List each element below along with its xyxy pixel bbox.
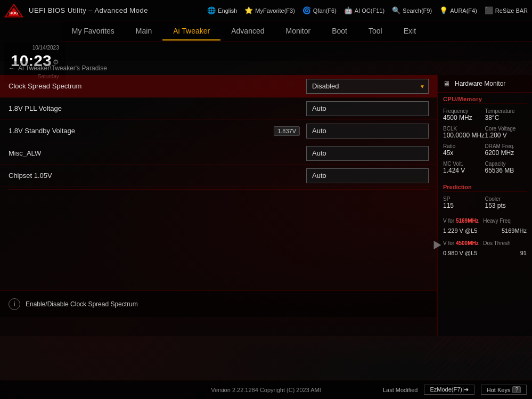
nav-tool[interactable]: Tool [358,22,393,40]
chipset-input[interactable]: Auto [306,168,429,183]
pred-4500-label: V for [443,240,456,246]
pred-5169-mhz: 5169MHz [502,227,527,234]
info-bar: i Enable/Disable Clock Spread Spectrum [0,290,437,317]
header: ROG UEFI BIOS Utility – Advanced Mode 🌐 … [0,0,532,21]
pred-4500-row: V for 4500MHz Dos Thresh [438,236,532,249]
svg-text:ROG: ROG [10,11,19,15]
header-resizebar[interactable]: ⬛ ReSize BAR [485,6,528,14]
nav-ai-tweaker[interactable]: Ai Tweaker [162,22,220,40]
hw-value-dram-freq: 6200 MHz [485,149,527,157]
pll-voltage-input[interactable]: Auto [306,101,429,116]
footer-actions: Last Modified EzMode(F7)|➔ Hot Keys ? [383,385,527,395]
resize-icon: ⬛ [485,6,493,14]
setting-value-clock-spread: Disabled ▼ [306,79,429,94]
pred-4500-dos-label: Dos Thresh [483,240,511,246]
misc-alw-input[interactable]: Auto [306,146,429,161]
header-toolbar: 🌐 English ⭐ MyFavorite(F3) 🌀 Qfan(F6) 🤖 … [207,6,528,14]
aura-icon: 💡 [439,6,448,14]
main-nav: My Favorites Main Ai Tweaker Advanced Mo… [61,21,532,42]
hw-cell-frequency: Frequency 4500 MHz [443,106,485,124]
setting-value-chipset: Auto [306,168,429,183]
hw-value-core-voltage: 1.200 V [485,132,527,139]
pred-4500-voltage: 0.980 V @L5 [443,250,477,256]
hw-value-ratio: 45x [443,149,485,157]
header-aura[interactable]: 💡 AURA(F4) [439,6,477,14]
hw-cell-dram-freq: DRAM Freq. 6200 MHz [485,141,527,159]
breadcrumb: ← Ai Tweaker\Tweaker's Paradise [0,61,532,75]
hot-keys-button[interactable]: Hot Keys ? [481,385,527,395]
hw-label-mc-volt: MC Volt. [443,161,485,167]
hw-monitor-title: Hardware Monitor [455,80,505,87]
back-arrow-icon[interactable]: ← [9,64,15,72]
pred-5169-label: V for [443,218,456,224]
app-title: UEFI BIOS Utility – Advanced Mode [29,6,148,14]
setting-label-clock-spread: Clock Spread Spectrum [9,82,306,90]
nav-exit[interactable]: Exit [393,22,427,40]
nav-advanced[interactable]: Advanced [220,22,275,40]
main-layout: Clock Spread Spectrum Disabled ▼ 1.8V PL… [0,75,532,336]
header-myfavorite[interactable]: ⭐ MyFavorite(F3) [244,6,295,14]
hw-label-temperature: Temperature [485,108,527,114]
dropdown-arrow-icon: ▼ [420,83,425,89]
header-myfavorite-label: MyFavorite(F3) [255,7,295,14]
footer: Version 2.22.1284 Copyright (C) 2023 AMI… [0,380,532,399]
date-label: 10/14/2023 [32,45,59,51]
settings-table: Clock Spread Spectrum Disabled ▼ 1.8V PL… [0,75,437,190]
setting-label-misc-alw: Misc_ALW [9,149,306,157]
pred-cooler-value: 153 pts [485,202,527,209]
setting-row-standby-voltage[interactable]: 1.8V Standby Voltage 1.837V Auto [0,120,437,142]
header-qfan[interactable]: 🌀 Qfan(F6) [302,6,337,14]
hw-value-frequency: 4500 MHz [443,114,485,121]
hw-label-bclk: BCLK [443,126,485,132]
ai-icon: 🤖 [344,6,353,14]
pred-sp: SP 115 [443,194,485,211]
search-icon: 🔍 [392,6,400,14]
nav-monitor[interactable]: Monitor [275,22,322,40]
nav-boot[interactable]: Boot [321,22,358,40]
pred-sp-value: 115 [443,202,485,209]
setting-row-clock-spread[interactable]: Clock Spread Spectrum Disabled ▼ [0,75,437,97]
hw-value-temperature: 38°C [485,114,527,121]
fan-icon: 🌀 [302,6,311,14]
prediction-grid: SP 115 Cooler 153 pts [438,192,532,214]
ezmode-button[interactable]: EzMode(F7)|➔ [424,385,474,395]
pred-sp-label: SP [443,196,485,202]
hw-label-capacity: Capacity [485,161,527,167]
pred-4500-val: 91 [520,250,527,256]
cpu-memory-section-title: CPU/Memory [438,93,532,103]
ezmode-label: EzMode(F7)|➔ [430,386,468,393]
header-english-label: English [218,7,237,14]
prediction-title: Prediction [438,181,532,191]
clock-spread-dropdown[interactable]: Disabled ▼ [306,79,429,94]
standby-voltage-badge: 1.837V [274,126,300,136]
header-aioc[interactable]: 🤖 AI OC(F11) [344,6,384,14]
content-panel: Clock Spread Spectrum Disabled ▼ 1.8V PL… [0,75,437,336]
setting-label-standby-voltage: 1.8V Standby Voltage [9,127,274,135]
hw-cell-temperature: Temperature 38°C [485,106,527,124]
hot-keys-label: Hot Keys [487,387,511,393]
pred-5169-heavyfreq-label: Heavy Freq [483,218,511,224]
header-aura-label: AURA(F4) [450,7,477,14]
setting-label-pll-voltage: 1.8V PLL Voltage [9,104,306,112]
pred-5169-voltage: 1.229 V @L5 [443,227,477,234]
header-english[interactable]: 🌐 English [207,6,237,14]
setting-row-pll-voltage[interactable]: 1.8V PLL Voltage Auto [0,97,437,120]
nav-my-favorites[interactable]: My Favorites [61,22,125,40]
setting-row-chipset[interactable]: Chipset 1.05V Auto [0,165,437,187]
monitor-icon: 🖥 [443,79,451,88]
standby-voltage-input[interactable]: Auto [306,124,429,139]
hw-label-core-voltage: Core Voltage [485,126,527,132]
hw-monitor-header: 🖥 Hardware Monitor [438,75,532,93]
pred-5169-values: 1.229 V @L5 5169MHz [438,226,532,236]
pred-cooler-label: Cooler [485,196,527,202]
setting-value-standby-voltage: 1.837V Auto [274,124,429,139]
nav-main[interactable]: Main [125,22,162,40]
settings-divider [9,189,429,190]
info-icon: i [9,298,20,310]
hw-cell-ratio: Ratio 45x [443,141,485,159]
setting-row-misc-alw[interactable]: Misc_ALW Auto [0,142,437,165]
globe-icon: 🌐 [207,6,216,14]
hw-value-bclk: 100.0000 MHz [443,132,485,139]
header-search[interactable]: 🔍 Search(F9) [392,6,432,14]
hw-cell-core-voltage: Core Voltage 1.200 V [485,124,527,141]
